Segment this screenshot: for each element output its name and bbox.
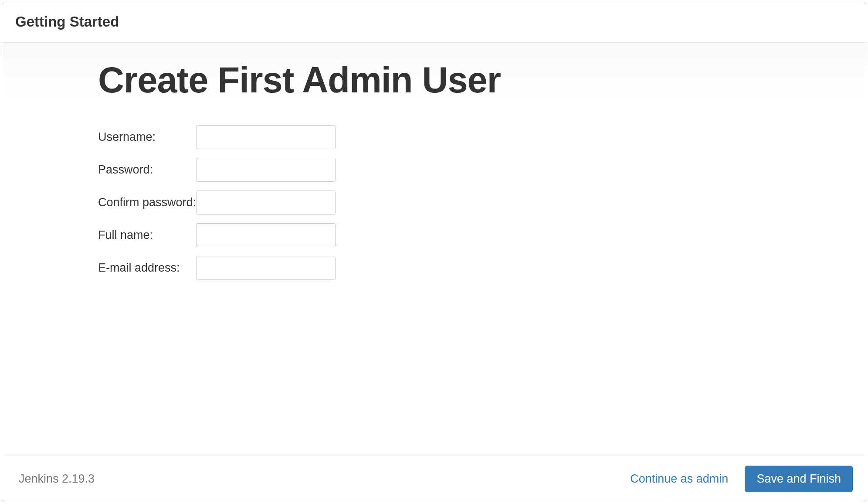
modal-header-title: Getting Started xyxy=(15,14,853,30)
password-label: Password: xyxy=(98,153,196,186)
confirm-password-input[interactable] xyxy=(196,191,336,215)
email-label: E-mail address: xyxy=(98,252,196,284)
modal-body: Create First Admin User Username: Passwo… xyxy=(2,43,866,456)
page-title: Create First Admin User xyxy=(98,60,770,100)
row-email: E-mail address: xyxy=(98,252,336,284)
modal-footer: Jenkins 2.19.3 Continue as admin Save an… xyxy=(2,456,866,502)
fullname-label: Full name: xyxy=(98,219,196,252)
continue-as-admin-button[interactable]: Continue as admin xyxy=(621,467,737,491)
modal-header: Getting Started xyxy=(2,2,866,43)
row-username: Username: xyxy=(98,121,336,153)
content-inner: Create First Admin User Username: Passwo… xyxy=(2,43,866,284)
version-label: Jenkins 2.19.3 xyxy=(19,472,95,486)
row-password: Password: xyxy=(98,153,336,186)
row-confirm-password: Confirm password: xyxy=(98,186,336,219)
confirm-password-label: Confirm password: xyxy=(98,186,196,219)
email-input[interactable] xyxy=(196,256,336,280)
setup-wizard-modal: Getting Started Create First Admin User … xyxy=(2,2,866,502)
username-input[interactable] xyxy=(196,125,336,149)
row-fullname: Full name: xyxy=(98,219,336,252)
admin-user-form: Username: Password: Confirm password: xyxy=(98,121,336,284)
password-input[interactable] xyxy=(196,158,336,182)
username-label: Username: xyxy=(98,121,196,153)
save-and-finish-button[interactable]: Save and Finish xyxy=(745,466,853,492)
fullname-input[interactable] xyxy=(196,223,336,247)
